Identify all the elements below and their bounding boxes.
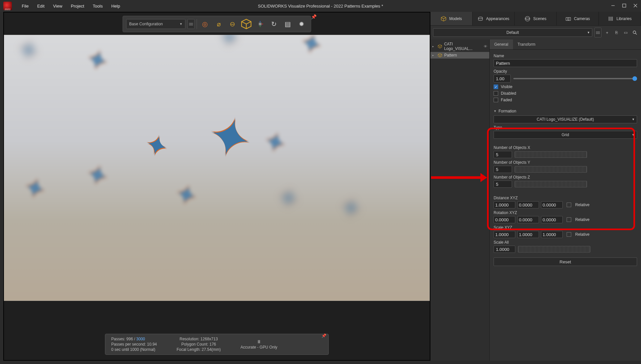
configuration-dropdown[interactable]: Base Configuration▼ xyxy=(126,19,186,29)
svg-point-9 xyxy=(525,16,530,21)
maximize-button[interactable] xyxy=(622,3,627,9)
dist-x-input[interactable] xyxy=(494,201,515,208)
rot-z-input[interactable] xyxy=(541,216,563,223)
dist-y-input[interactable] xyxy=(517,201,539,208)
properties-inspector: General Transform Name Opacity Visible D… xyxy=(490,39,641,361)
opacity-slider[interactable] xyxy=(513,78,637,79)
opacity-input[interactable] xyxy=(494,75,511,83)
tab-scenes[interactable]: Scenes xyxy=(515,12,557,25)
scale-all-label: Scale All xyxy=(494,240,637,245)
tab-general[interactable]: General xyxy=(490,39,513,49)
menu-file[interactable]: File xyxy=(22,4,29,9)
num-z-input[interactable] xyxy=(494,181,512,188)
time-remaining: 0 sec until 1000 (Normal) xyxy=(111,347,157,352)
manipulate-tool-icon[interactable] xyxy=(254,18,266,30)
window-title: SOLIDWORKS Visualize Professional - 2022… xyxy=(258,4,383,9)
render-mode-label: Accurate - GPU Only xyxy=(241,345,277,350)
tab-cameras[interactable]: Cameras xyxy=(557,12,599,25)
dist-relative-checkbox[interactable] xyxy=(567,203,571,207)
menu-project[interactable]: Project xyxy=(71,4,84,9)
rot-y-input[interactable] xyxy=(517,216,539,223)
svg-rect-4 xyxy=(259,23,262,25)
num-y-input[interactable] xyxy=(494,166,512,173)
num-x-input[interactable] xyxy=(494,151,512,158)
rot-relative-checkbox[interactable] xyxy=(567,217,571,222)
menu-tools[interactable]: Tools xyxy=(93,4,103,9)
formation-type-dropdown[interactable]: Grid▼ xyxy=(494,131,637,139)
type-label: Type xyxy=(494,125,637,130)
rotation-label: Rotation XYZ xyxy=(494,210,637,215)
scl-y-input[interactable] xyxy=(517,231,539,238)
set-list-button[interactable] xyxy=(594,28,602,37)
properties-panel: Models Appearances Scenes Cameras Librar… xyxy=(430,12,641,361)
num-x-slider[interactable] xyxy=(515,151,587,158)
output-tools-icon[interactable]: ▤ xyxy=(282,18,294,30)
name-label: Name xyxy=(494,54,637,58)
svg-point-8 xyxy=(478,17,483,18)
reload-icon[interactable]: ↻ xyxy=(268,18,280,30)
menu-view[interactable]: View xyxy=(53,4,62,9)
num-y-slider[interactable] xyxy=(515,166,587,173)
status-bar: Passes: 996 / 3000 Passes per second: 10… xyxy=(105,334,329,355)
formation-model-dropdown[interactable]: CATI Logo_VISUALIZE (Default)▼ xyxy=(494,115,637,123)
scale-all-slider[interactable] xyxy=(518,246,590,253)
polycount-label: Polygon Count: 176 xyxy=(177,342,221,347)
menu-bar: File Edit View Project Tools Help xyxy=(22,4,120,9)
visible-checkbox[interactable]: Visible xyxy=(494,85,637,89)
dist-z-input[interactable] xyxy=(541,201,563,208)
chevron-down-icon: ▼ xyxy=(632,133,635,136)
collapse-icon: ▼ xyxy=(494,109,497,113)
opacity-label: Opacity xyxy=(494,69,637,74)
passes-per-second: Passes per second: 10.94 xyxy=(111,342,157,347)
num-y-label: Number of Objects Y xyxy=(494,160,637,165)
group-button[interactable]: ▭ xyxy=(622,29,629,36)
set-selector[interactable]: Default▼ xyxy=(433,28,592,37)
svg-point-16 xyxy=(633,31,636,34)
add-button[interactable]: ＋ xyxy=(603,29,611,36)
menu-edit[interactable]: Edit xyxy=(37,4,44,9)
pause-icon[interactable]: ⏸ xyxy=(241,339,277,344)
passes-max[interactable]: 3000 xyxy=(136,337,145,341)
camera-aperture-icon[interactable]: ✹ xyxy=(296,18,308,30)
object-tool-icon[interactable] xyxy=(241,18,252,30)
tab-libraries[interactable]: Libraries xyxy=(599,12,641,25)
scl-z-input[interactable] xyxy=(541,231,563,238)
chevron-down-icon: ▼ xyxy=(180,22,183,26)
formation-header[interactable]: ▼Formation xyxy=(494,109,637,113)
menu-help[interactable]: Help xyxy=(111,4,120,9)
config-list-button[interactable] xyxy=(188,19,195,29)
expand-icon[interactable]: ▸ xyxy=(432,45,436,48)
render-viewport[interactable] xyxy=(4,35,430,301)
viewport-toolbar: Base Configuration▼ ◎ ⌀ ⊖ ↻ ▤ ✹ 📌 xyxy=(123,16,311,32)
scl-relative-checkbox[interactable] xyxy=(567,232,571,237)
num-z-slider[interactable] xyxy=(515,181,587,187)
tree-item-pattern[interactable]: ▸ Pattern xyxy=(430,52,489,59)
num-x-label: Number of Objects X xyxy=(494,145,637,150)
rot-x-input[interactable] xyxy=(494,216,515,223)
name-input[interactable] xyxy=(494,59,637,67)
tab-transform[interactable]: Transform xyxy=(513,39,540,49)
scl-x-input[interactable] xyxy=(494,231,515,238)
pin-icon[interactable]: 📌 xyxy=(321,333,326,338)
pin-icon[interactable]: 📌 xyxy=(311,14,317,20)
close-button[interactable] xyxy=(633,3,638,9)
scale-label: Scale XYZ xyxy=(494,225,637,230)
section-tool-icon[interactable]: ⌀ xyxy=(213,18,225,30)
tab-models[interactable]: Models xyxy=(430,12,473,25)
viewport-area: Base Configuration▼ ◎ ⌀ ⊖ ↻ ▤ ✹ 📌 xyxy=(3,12,430,361)
svg-line-17 xyxy=(635,33,637,35)
selection-tool-icon[interactable]: ◎ xyxy=(199,18,211,30)
disabled-checkbox[interactable]: Disabled xyxy=(494,91,637,96)
turntable-tool-icon[interactable]: ⊖ xyxy=(227,18,239,30)
import-button[interactable]: ⎘ xyxy=(613,29,620,36)
expand-icon[interactable]: ▸ xyxy=(432,54,436,57)
minimize-button[interactable] xyxy=(611,3,615,9)
search-button[interactable] xyxy=(631,29,638,36)
faded-checkbox[interactable]: Faded xyxy=(494,98,637,102)
focal-length-label: Focal Length: 27.54(mm) xyxy=(177,347,221,352)
visibility-icon[interactable]: 👁 xyxy=(484,44,487,48)
reset-button[interactable]: Reset xyxy=(494,257,637,266)
scale-all-input[interactable] xyxy=(494,246,515,253)
tree-item-cati-logo[interactable]: ▸ CATI Logo_VISUAL... 👁 xyxy=(430,41,489,52)
tab-appearances[interactable]: Appearances xyxy=(473,12,515,25)
